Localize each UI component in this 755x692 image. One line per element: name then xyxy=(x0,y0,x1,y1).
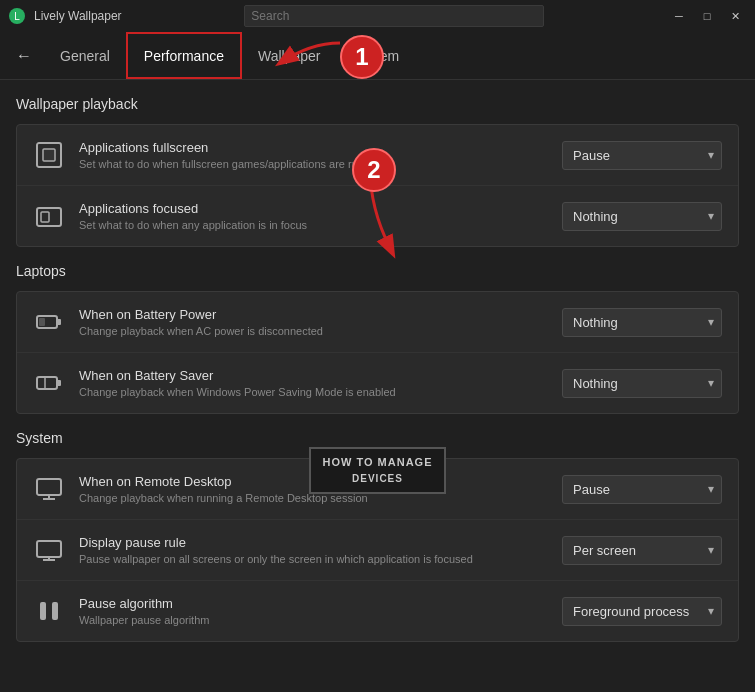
setting-row-pause-algo: Pause algorithm Wallpaper pause algorith… xyxy=(17,581,738,641)
settings-group-system: When on Remote Desktop Change playback w… xyxy=(16,458,739,642)
dropdown-wrapper-battery: Nothing Pause Stop Kill xyxy=(562,308,722,337)
svg-rect-8 xyxy=(39,318,45,326)
setting-title-remote: When on Remote Desktop xyxy=(79,474,562,489)
svg-rect-3 xyxy=(43,149,55,161)
setting-text-focused: Applications focused Set what to do when… xyxy=(79,201,562,231)
setting-text-pause-algo: Pause algorithm Wallpaper pause algorith… xyxy=(79,596,562,626)
dropdown-wrapper-remote: Pause Nothing Stop Kill xyxy=(562,475,722,504)
setting-title-focused: Applications focused xyxy=(79,201,562,216)
svg-rect-10 xyxy=(57,380,61,386)
title-bar-left: L Lively Wallpaper xyxy=(8,7,122,25)
setting-desc-remote: Change playback when running a Remote De… xyxy=(79,492,562,504)
back-button[interactable]: ← xyxy=(8,43,40,69)
pause-icon xyxy=(33,595,65,627)
setting-row-fullscreen: Applications fullscreen Set what to do w… xyxy=(17,125,738,186)
svg-rect-18 xyxy=(40,602,46,620)
tab-system[interactable]: System xyxy=(336,32,415,79)
setting-row-battery: When on Battery Power Change playback wh… xyxy=(17,292,738,353)
settings-group-laptops: When on Battery Power Change playback wh… xyxy=(16,291,739,414)
fullscreen-icon xyxy=(33,139,65,171)
section-title-laptops: Laptops xyxy=(16,263,739,279)
setting-row-battery-saver: When on Battery Saver Change playback wh… xyxy=(17,353,738,413)
setting-desc-display: Pause wallpaper on all screens or only t… xyxy=(79,553,562,565)
setting-title-battery: When on Battery Power xyxy=(79,307,562,322)
dropdown-display[interactable]: Per screen All screens xyxy=(562,536,722,565)
battery-saver-icon xyxy=(33,367,65,399)
setting-text-battery: When on Battery Power Change playback wh… xyxy=(79,307,562,337)
dropdown-wrapper-fullscreen: Pause Nothing Stop Kill xyxy=(562,141,722,170)
dropdown-wrapper-display: Per screen All screens xyxy=(562,536,722,565)
svg-rect-9 xyxy=(37,377,57,389)
section-title-system: System xyxy=(16,430,739,446)
dropdown-fullscreen[interactable]: Pause Nothing Stop Kill xyxy=(562,141,722,170)
dropdown-wrapper-pause-algo: Foreground process Focus loss xyxy=(562,597,722,626)
tab-general[interactable]: General xyxy=(44,32,126,79)
app-icon: L xyxy=(8,7,26,25)
dropdown-focused[interactable]: Nothing Pause Stop Kill xyxy=(562,202,722,231)
svg-rect-12 xyxy=(37,479,61,495)
svg-rect-19 xyxy=(52,602,58,620)
setting-desc-fullscreen: Set what to do when fullscreen games/app… xyxy=(79,158,562,170)
setting-title-display: Display pause rule xyxy=(79,535,562,550)
setting-row-focused: Applications focused Set what to do when… xyxy=(17,186,738,246)
setting-desc-pause-algo: Wallpaper pause algorithm xyxy=(79,614,562,626)
main-content: Wallpaper playback Applications fullscre… xyxy=(0,80,755,692)
dropdown-pause-algo[interactable]: Foreground process Focus loss xyxy=(562,597,722,626)
setting-text-fullscreen: Applications fullscreen Set what to do w… xyxy=(79,140,562,170)
svg-rect-7 xyxy=(57,319,61,325)
settings-group-playback: Applications fullscreen Set what to do w… xyxy=(16,124,739,247)
nav-bar: ← General Performance Wallpaper System xyxy=(0,32,755,80)
dropdown-remote[interactable]: Pause Nothing Stop Kill xyxy=(562,475,722,504)
tab-wallpaper[interactable]: Wallpaper xyxy=(242,32,337,79)
setting-desc-battery: Change playback when AC power is disconn… xyxy=(79,325,562,337)
minimize-button[interactable]: ─ xyxy=(667,6,691,26)
window-controls: ─ □ ✕ xyxy=(667,6,747,26)
maximize-button[interactable]: □ xyxy=(695,6,719,26)
battery-icon xyxy=(33,306,65,338)
nav-tabs: General Performance Wallpaper System xyxy=(44,32,415,79)
close-button[interactable]: ✕ xyxy=(723,6,747,26)
tab-performance[interactable]: Performance xyxy=(126,32,242,79)
setting-title-pause-algo: Pause algorithm xyxy=(79,596,562,611)
remote-icon xyxy=(33,473,65,505)
search-input[interactable] xyxy=(244,5,544,27)
section-wallpaper-playback: Wallpaper playback Applications fullscre… xyxy=(16,96,739,247)
title-bar: L Lively Wallpaper ─ □ ✕ xyxy=(0,0,755,32)
section-laptops: Laptops When on Battery Power Change pla… xyxy=(16,263,739,414)
setting-desc-battery-saver: Change playback when Windows Power Savin… xyxy=(79,386,562,398)
display-icon xyxy=(33,534,65,566)
app-window: L Lively Wallpaper ─ □ ✕ ← General Perfo… xyxy=(0,0,755,692)
dropdown-battery[interactable]: Nothing Pause Stop Kill xyxy=(562,308,722,337)
setting-title-fullscreen: Applications fullscreen xyxy=(79,140,562,155)
app-title: Lively Wallpaper xyxy=(34,9,122,23)
dropdown-wrapper-focused: Nothing Pause Stop Kill xyxy=(562,202,722,231)
svg-rect-5 xyxy=(41,212,49,222)
setting-text-remote: When on Remote Desktop Change playback w… xyxy=(79,474,562,504)
dropdown-wrapper-battery-saver: Nothing Pause Stop Kill xyxy=(562,369,722,398)
setting-title-battery-saver: When on Battery Saver xyxy=(79,368,562,383)
setting-row-display: Display pause rule Pause wallpaper on al… xyxy=(17,520,738,581)
section-title-playback: Wallpaper playback xyxy=(16,96,739,112)
section-system: System When on Remote Desktop Change pla… xyxy=(16,430,739,642)
svg-rect-15 xyxy=(37,541,61,557)
focused-icon xyxy=(33,200,65,232)
dropdown-battery-saver[interactable]: Nothing Pause Stop Kill xyxy=(562,369,722,398)
setting-desc-focused: Set what to do when any application is i… xyxy=(79,219,562,231)
setting-text-display: Display pause rule Pause wallpaper on al… xyxy=(79,535,562,565)
setting-text-battery-saver: When on Battery Saver Change playback wh… xyxy=(79,368,562,398)
svg-text:L: L xyxy=(14,11,20,22)
setting-row-remote: When on Remote Desktop Change playback w… xyxy=(17,459,738,520)
